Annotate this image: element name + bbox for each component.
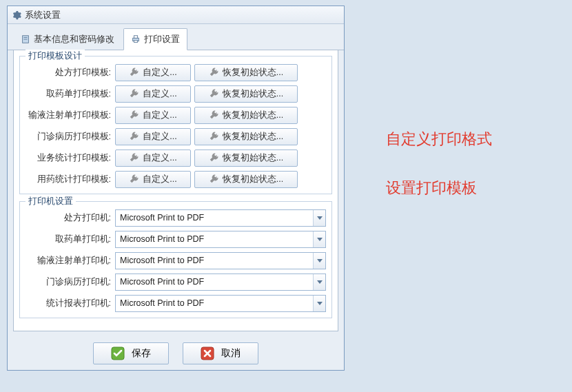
save-button[interactable]: 保存 [93,342,169,364]
wrench-icon [129,68,139,77]
medicine-printer-combo[interactable]: Microsoft Print to PDF [115,231,326,248]
customize-drug-stats-template-button[interactable]: 自定义... [115,171,191,188]
chevron-down-icon[interactable] [313,231,325,247]
document-icon [21,34,30,44]
tab-print-settings[interactable]: 打印设置 [123,28,187,50]
wrench-icon [129,153,139,163]
window-title: 系统设置 [25,6,61,24]
group-title: 打印机设置 [25,195,76,207]
label-record-printer: 门诊病历打印机: [25,276,115,288]
label-medicine-template: 取药单打印模板: [25,88,115,100]
printer-icon [131,34,141,44]
wrench-icon [209,174,218,184]
wrench-icon [209,132,218,141]
label-report-printer: 统计报表打印机: [25,298,115,309]
dialog-button-bar: 保存 取消 [8,337,344,370]
system-settings-window: 系统设置 基本信息和密码修改 打印设置 打印模板设计 处方打印模板:自定义...… [7,6,345,371]
prescription-printer-combo[interactable]: Microsoft Print to PDF [115,209,326,227]
chevron-down-icon[interactable] [313,296,325,311]
panel-print-settings: 打印模板设计 处方打印模板:自定义...恢复初始状态... 取药单打印模板:自定… [13,50,338,331]
customize-injection-template-button[interactable]: 自定义... [115,107,191,124]
reset-injection-template-button[interactable]: 恢复初始状态... [194,107,298,124]
check-icon [111,347,125,360]
close-icon [201,347,214,360]
wrench-icon [129,174,139,184]
group-print-templates: 打印模板设计 处方打印模板:自定义...恢复初始状态... 取药单打印模板:自定… [19,56,332,194]
customize-record-template-button[interactable]: 自定义... [115,128,191,145]
reset-business-stats-template-button[interactable]: 恢复初始状态... [194,149,298,167]
tab-basic-info[interactable]: 基本信息和密码修改 [13,28,122,50]
label-medicine-printer: 取药单打印机: [25,234,115,245]
label-drug-stats-template: 用药统计打印模板: [25,174,115,185]
cancel-button[interactable]: 取消 [183,342,258,364]
wrench-icon [129,110,139,120]
customize-prescription-template-button[interactable]: 自定义... [115,64,191,81]
chevron-down-icon[interactable] [313,210,325,226]
label-prescription-template: 处方打印模板: [25,67,115,79]
gear-icon [12,10,21,20]
reset-drug-stats-template-button[interactable]: 恢复初始状态... [194,171,298,188]
wrench-icon [129,132,139,141]
chevron-down-icon[interactable] [313,253,325,269]
annotation-1: 自定义打印格式 [386,129,492,149]
chevron-down-icon[interactable] [313,274,325,290]
label-prescription-printer: 处方打印机: [25,212,115,224]
report-printer-combo[interactable]: Microsoft Print to PDF [115,295,326,312]
label-injection-template: 输液注射单打印模板: [25,110,115,121]
reset-prescription-template-button[interactable]: 恢复初始状态... [194,64,298,81]
titlebar: 系统设置 [8,6,344,24]
label-injection-printer: 输液注射单打印机: [25,255,115,267]
svg-rect-5 [134,41,137,43]
wrench-icon [129,89,139,99]
reset-medicine-template-button[interactable]: 恢复初始状态... [194,85,298,103]
record-printer-combo[interactable]: Microsoft Print to PDF [115,274,326,291]
injection-printer-combo[interactable]: Microsoft Print to PDF [115,252,326,269]
label-record-template: 门诊病历打印模板: [25,131,115,143]
label-business-stats-template: 业务统计打印模板: [25,152,115,164]
reset-record-template-button[interactable]: 恢复初始状态... [194,128,298,145]
wrench-icon [209,68,218,77]
customize-business-stats-template-button[interactable]: 自定义... [115,149,191,167]
customize-medicine-template-button[interactable]: 自定义... [115,85,191,103]
wrench-icon [209,110,218,120]
group-title: 打印模板设计 [25,50,85,62]
annotation-2: 设置打印模板 [386,178,477,198]
wrench-icon [209,153,218,163]
svg-rect-4 [134,36,137,39]
tab-bar: 基本信息和密码修改 打印设置 [8,24,344,50]
wrench-icon [209,89,218,99]
group-printer-settings: 打印机设置 处方打印机:Microsoft Print to PDF 取药单打印… [19,201,332,318]
